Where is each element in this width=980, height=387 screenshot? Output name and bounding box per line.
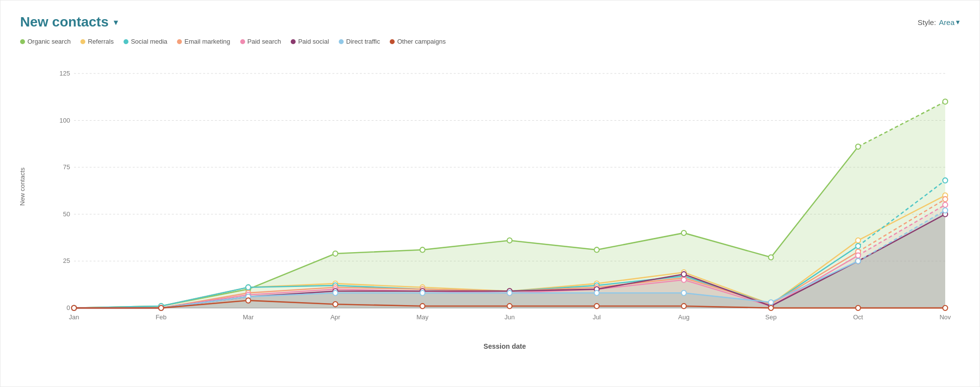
svg-point-30 — [594, 247, 599, 252]
style-label: Style: — [918, 18, 936, 26]
legend-label-direct: Direct traffic — [346, 38, 380, 45]
style-value-text: Area — [939, 18, 955, 26]
svg-point-97 — [681, 290, 686, 295]
svg-text:Apr: Apr — [330, 313, 341, 320]
legend-item-other[interactable]: Other campaigns — [390, 38, 446, 45]
legend-dot-paid_search — [240, 39, 245, 44]
y-axis-label: New contacts — [19, 167, 26, 206]
svg-text:Feb: Feb — [155, 313, 166, 320]
legend-item-social[interactable]: Social media — [124, 38, 167, 45]
svg-text:Jun: Jun — [504, 313, 515, 320]
svg-text:Oct: Oct — [853, 313, 863, 320]
svg-point-34 — [943, 99, 948, 104]
legend-label-organic: Organic search — [27, 38, 71, 45]
chart-area: 0255075100125JanFebMarAprMayJunJulAugSep… — [50, 54, 960, 338]
legend-label-paid_social: Paid social — [298, 38, 329, 45]
legend-dot-social — [124, 39, 128, 44]
svg-text:Mar: Mar — [243, 313, 254, 320]
main-chart-svg: 0255075100125JanFebMarAprMayJunJulAugSep… — [50, 54, 960, 338]
svg-point-67 — [943, 197, 948, 202]
svg-point-33 — [855, 144, 860, 149]
svg-point-101 — [72, 306, 76, 310]
style-selector: Style: Area ▾ — [918, 18, 960, 26]
svg-text:50: 50 — [63, 210, 70, 218]
svg-text:125: 125 — [59, 70, 70, 77]
svg-point-99 — [855, 258, 860, 263]
svg-point-100 — [943, 208, 948, 213]
svg-point-48 — [246, 285, 251, 290]
svg-point-95 — [507, 290, 512, 295]
legend-dot-paid_social — [291, 39, 296, 44]
legend-item-organic[interactable]: Organic search — [20, 38, 71, 45]
legend-dot-organic — [20, 39, 25, 44]
legend-dot-other — [390, 39, 395, 44]
svg-text:May: May — [417, 313, 429, 320]
title-text: New contacts — [20, 14, 109, 30]
style-value[interactable]: Area ▾ — [939, 18, 960, 26]
svg-point-28 — [420, 247, 425, 252]
legend-item-paid_search[interactable]: Paid search — [240, 38, 281, 45]
svg-point-107 — [594, 304, 599, 309]
svg-text:75: 75 — [63, 163, 70, 171]
svg-text:100: 100 — [59, 116, 70, 124]
svg-point-55 — [855, 243, 860, 248]
svg-point-78 — [943, 202, 948, 207]
legend-dot-email — [177, 39, 182, 44]
svg-point-102 — [159, 306, 164, 310]
legend-item-email[interactable]: Email marketing — [177, 38, 230, 45]
chart-wrapper: New contacts 0255075100125JanFebMarAprMa… — [20, 54, 960, 350]
svg-point-56 — [943, 178, 948, 183]
svg-point-27 — [333, 251, 338, 256]
legend-label-social: Social media — [131, 38, 167, 45]
svg-point-29 — [507, 238, 512, 243]
svg-point-98 — [769, 300, 774, 305]
legend-dot-referrals — [80, 39, 85, 44]
svg-point-109 — [769, 306, 774, 310]
svg-point-93 — [333, 290, 338, 295]
svg-point-77 — [855, 253, 860, 258]
svg-point-104 — [333, 302, 338, 307]
title-dropdown-icon[interactable]: ▾ — [114, 18, 118, 27]
x-axis-label: Session date — [50, 342, 960, 350]
svg-point-111 — [943, 306, 948, 310]
svg-point-103 — [246, 298, 251, 303]
svg-point-44 — [855, 238, 860, 243]
svg-point-94 — [420, 290, 425, 295]
chart-container: New contacts ▾ Style: Area ▾ Organic sea… — [0, 0, 980, 387]
svg-text:Jul: Jul — [593, 313, 601, 320]
svg-text:0: 0 — [67, 304, 70, 311]
legend-item-paid_social[interactable]: Paid social — [291, 38, 329, 45]
svg-point-106 — [507, 304, 512, 309]
svg-point-96 — [594, 290, 599, 295]
svg-point-32 — [769, 255, 774, 259]
svg-text:Sep: Sep — [765, 313, 777, 320]
svg-text:Aug: Aug — [678, 313, 689, 320]
svg-point-110 — [855, 306, 860, 310]
header-row: New contacts ▾ Style: Area ▾ — [20, 14, 960, 30]
svg-point-108 — [681, 304, 686, 309]
chart-title[interactable]: New contacts ▾ — [20, 14, 118, 30]
svg-point-105 — [420, 304, 425, 309]
legend-label-paid_search: Paid search — [248, 38, 281, 45]
svg-text:25: 25 — [63, 257, 70, 264]
legend-dot-direct — [339, 39, 344, 44]
legend-label-referrals: Referrals — [88, 38, 114, 45]
legend-item-direct[interactable]: Direct traffic — [339, 38, 380, 45]
svg-text:Nov: Nov — [940, 313, 951, 320]
svg-point-31 — [681, 231, 686, 235]
svg-point-75 — [681, 277, 686, 282]
legend-label-other: Other campaigns — [397, 38, 446, 45]
legend-row: Organic searchReferralsSocial mediaEmail… — [20, 38, 960, 45]
svg-point-86 — [681, 272, 686, 277]
legend-item-referrals[interactable]: Referrals — [80, 38, 114, 45]
legend-label-email: Email marketing — [184, 38, 230, 45]
svg-text:Jan: Jan — [69, 313, 79, 320]
style-dropdown-icon: ▾ — [956, 18, 960, 26]
